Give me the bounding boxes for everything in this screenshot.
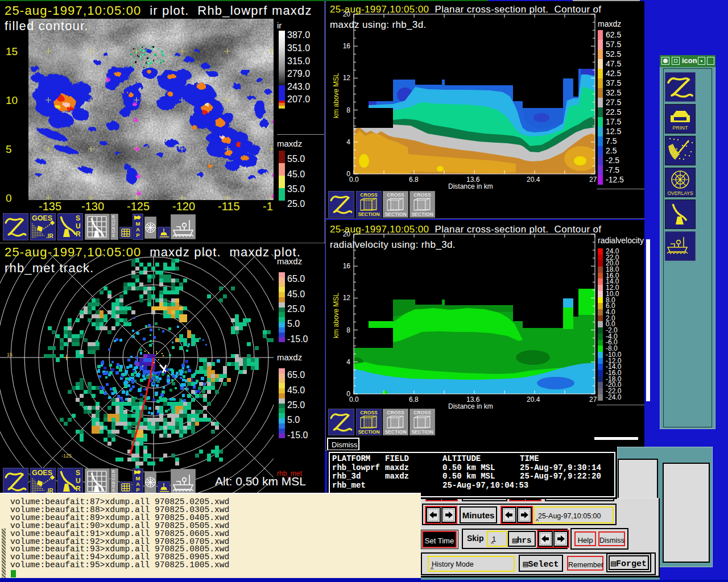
svg-text:U: U [76, 222, 81, 230]
svg-text:R: R [76, 485, 81, 493]
svg-text:S: S [112, 488, 115, 492]
svg-text:GOES: GOES [32, 469, 52, 477]
svg-text:-125: -125 [61, 453, 72, 459]
svg-text:CROSS: CROSS [360, 410, 378, 415]
svg-text:CROSS: CROSS [387, 410, 404, 415]
svg-text:.IR: .IR [46, 233, 54, 239]
svg-text:P: P [136, 232, 140, 238]
svg-text:CROSS: CROSS [413, 192, 431, 198]
svg-text:SECTION: SECTION [384, 211, 406, 217]
svg-text:U: U [76, 477, 81, 485]
svg-text:15: 15 [7, 352, 13, 357]
svg-text:CROSS: CROSS [413, 410, 431, 415]
svg-text:SECTION: SECTION [358, 429, 379, 435]
svg-text:S: S [112, 234, 115, 238]
svg-text:R: R [76, 230, 81, 238]
svg-text:SECTION: SECTION [411, 429, 433, 435]
svg-text:SECTION: SECTION [411, 211, 433, 217]
svg-text:SECTION: SECTION [358, 211, 379, 217]
svg-text:CROSS: CROSS [360, 192, 378, 198]
svg-text:S: S [76, 214, 80, 222]
svg-text:SECTION: SECTION [384, 429, 406, 435]
svg-text:PRINT: PRINT [673, 125, 689, 131]
svg-text:P: P [136, 487, 140, 493]
svg-text:OVERLAYS: OVERLAYS [667, 190, 693, 196]
svg-text:S: S [76, 469, 80, 477]
svg-text:GOES: GOES [32, 214, 52, 222]
svg-text:CROSS: CROSS [387, 192, 404, 198]
